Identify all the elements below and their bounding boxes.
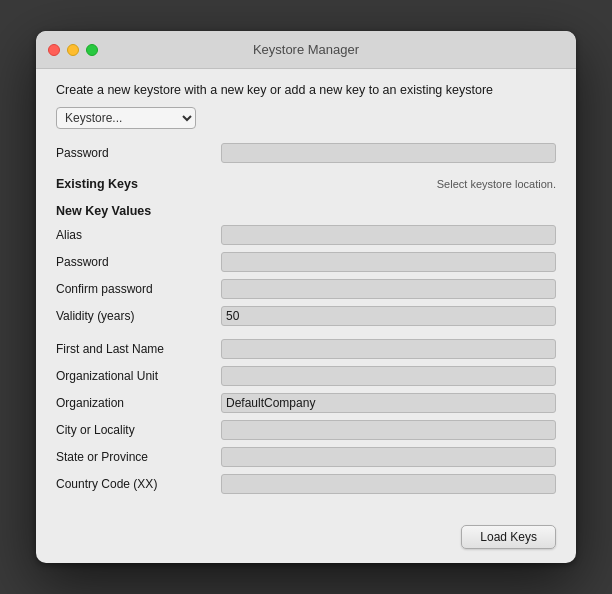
bottom-bar: Load Keys [36,515,576,563]
country-row: Country Code (XX) [56,472,556,496]
state-input[interactable] [221,447,556,467]
org-unit-input[interactable] [221,366,556,386]
validity-label: Validity (years) [56,309,221,323]
password-label: Password [56,146,221,160]
new-key-values-heading: New Key Values [56,204,556,218]
key-password-label: Password [56,255,221,269]
city-input[interactable] [221,420,556,440]
state-label: State or Province [56,450,221,464]
existing-keys-heading: Existing Keys [56,177,138,191]
alias-label: Alias [56,228,221,242]
keystore-select[interactable]: Keystore... New Keystore... Existing Key… [56,107,196,129]
minimize-button[interactable] [67,44,79,56]
confirm-password-input[interactable] [221,279,556,299]
country-input[interactable] [221,474,556,494]
title-bar: Keystore Manager [36,31,576,69]
confirm-password-label: Confirm password [56,282,221,296]
key-password-row: Password [56,250,556,274]
country-label: Country Code (XX) [56,477,221,491]
org-label: Organization [56,396,221,410]
name-row: First and Last Name [56,337,556,361]
alias-row: Alias [56,223,556,247]
org-row: Organization [56,391,556,415]
password-input[interactable] [221,143,556,163]
close-button[interactable] [48,44,60,56]
validity-input[interactable] [221,306,556,326]
main-content: Create a new keystore with a new key or … [36,69,576,515]
password-row: Password [56,141,556,165]
city-label: City or Locality [56,423,221,437]
keystore-row: Keystore... New Keystore... Existing Key… [56,107,556,129]
description-text: Create a new keystore with a new key or … [56,83,556,97]
key-password-input[interactable] [221,252,556,272]
window-title: Keystore Manager [253,42,359,57]
maximize-button[interactable] [86,44,98,56]
window-controls [48,44,98,56]
name-label: First and Last Name [56,342,221,356]
org-unit-row: Organizational Unit [56,364,556,388]
confirm-password-row: Confirm password [56,277,556,301]
city-row: City or Locality [56,418,556,442]
validity-row: Validity (years) [56,304,556,328]
keystore-manager-window: Keystore Manager Create a new keystore w… [36,31,576,563]
org-unit-label: Organizational Unit [56,369,221,383]
load-keys-button[interactable]: Load Keys [461,525,556,549]
keystore-hint: Select keystore location. [437,178,556,190]
alias-input[interactable] [221,225,556,245]
state-row: State or Province [56,445,556,469]
name-input[interactable] [221,339,556,359]
org-input[interactable] [221,393,556,413]
